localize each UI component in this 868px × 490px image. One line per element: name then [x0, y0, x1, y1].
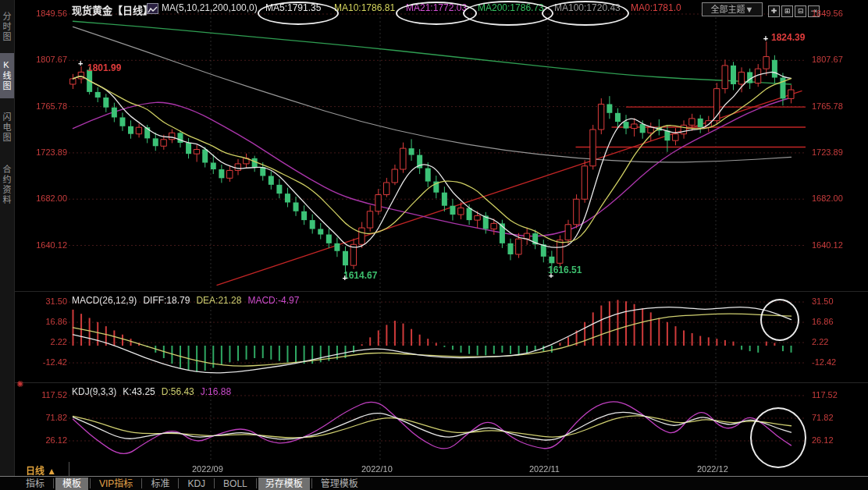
kdj-segment-4: J:16.88	[201, 386, 231, 397]
tab-separator	[90, 478, 91, 488]
tab-separator	[178, 478, 179, 488]
time-axis-row: 日线 ▲	[0, 462, 868, 477]
period-up-arrow-icon: ▲	[47, 466, 56, 477]
main-y-tick-left: 1682.00	[20, 194, 67, 203]
main-y-tick-right: 1682.00	[812, 194, 843, 203]
tab-8[interactable]: 管理模板	[314, 478, 365, 490]
kdj-segment-3: D:56.43	[162, 386, 194, 397]
ma-value-2: MA10:1786.81	[334, 2, 395, 13]
tab-separator	[53, 478, 54, 488]
macd-y-tick-right: 31.50	[812, 296, 834, 306]
chart-type-sidebar: 分时图K线图闪电图合约资料	[0, 0, 15, 490]
ma-value-5: MA100:1720.43	[554, 2, 621, 13]
macd-segment-2: DIFF:18.79	[143, 295, 190, 306]
main-y-tick-right: 1765.78	[812, 101, 843, 111]
tab-separator	[214, 478, 215, 488]
indicator-tabbar: 指标模板VIP指标标准KDJBOLL另存模板管理模板	[0, 477, 868, 490]
sidebar-item-3[interactable]: 闪电图	[0, 105, 14, 150]
macd-segment-1: MACD(26,12,9)	[72, 295, 137, 306]
price-extreme-label: 1614.67	[343, 270, 377, 281]
window-pane-icon[interactable]: ⊟	[795, 5, 806, 17]
macd-y-tick-left: 31.50	[20, 296, 67, 306]
kdj-readout: KDJ(9,3,3)K:43.25D:56.43J:16.88	[72, 384, 237, 398]
instrument-title: 现货黄金【日线】	[72, 2, 153, 17]
main-y-tick-left: 1723.89	[20, 147, 67, 157]
extreme-plus-marker: +	[549, 271, 553, 280]
kdj-y-tick-right: 26.12	[812, 435, 834, 445]
ma-value-4: MA200:1786.73	[478, 2, 544, 13]
kdj-segment-1: KDJ(9,3,3)	[72, 386, 116, 397]
period-label: 日线	[26, 466, 44, 477]
main-y-tick-right: 1849.56	[812, 9, 843, 18]
sidebar-item-1[interactable]: 分时图	[0, 5, 14, 49]
macd-y-tick-left: -12.42	[20, 357, 67, 367]
tab-3[interactable]: VIP指标	[92, 478, 140, 490]
indicator-settings-gear-icon[interactable]: ✺	[16, 379, 23, 389]
main-y-tick-left: 1849.56	[20, 9, 67, 18]
macd-y-tick-right: -12.42	[812, 357, 836, 367]
line-chart-icon[interactable]	[147, 3, 158, 14]
tab-2[interactable]: 模板	[55, 478, 88, 490]
kdj-y-tick-left: 26.12	[20, 435, 67, 445]
main-y-tick-left: 1765.78	[20, 101, 67, 111]
macd-y-tick-right: 16.86	[812, 317, 834, 326]
price-extreme-label: 1801.99	[87, 62, 121, 73]
tab-7[interactable]: 另存模板	[258, 478, 310, 490]
extreme-plus-marker: +	[78, 59, 83, 68]
ma-value-1: MA5:1791.35	[265, 2, 321, 13]
macd-y-tick-right: 2.22	[812, 337, 828, 346]
sidebar-item-4[interactable]: 合约资料	[0, 156, 14, 214]
macd-segment-4: MACD:-4.97	[247, 295, 299, 306]
main-y-tick-right: 1640.12	[812, 240, 843, 250]
tab-4[interactable]: 标准	[144, 478, 176, 490]
kdj-y-tick-right: 71.82	[812, 413, 834, 422]
tab-separator	[311, 478, 312, 488]
ma-settings-label: MA(5,10,21,200,100,0)	[162, 2, 258, 13]
kdj-segment-2: K:43.25	[123, 386, 155, 397]
ma-value-6: MA0:1781.0	[631, 2, 681, 13]
tab-separator	[256, 478, 257, 488]
main-y-tick-left: 1640.12	[20, 240, 67, 250]
macd-y-tick-left: 2.22	[20, 337, 67, 346]
kline-chart-canvas[interactable]	[0, 0, 868, 490]
kdj-y-tick-right: 117.52	[812, 390, 838, 399]
main-y-tick-left: 1807.67	[20, 55, 67, 64]
plus-grid-icon[interactable]: ✚	[768, 5, 780, 17]
macd-y-tick-left: 16.86	[20, 317, 67, 326]
tab-1[interactable]: 指标	[19, 478, 52, 490]
extreme-plus-marker: +	[763, 34, 768, 43]
tab-separator	[141, 478, 142, 488]
price-extreme-label: 1824.39	[771, 32, 805, 43]
trading-terminal: 分时图K线图闪电图合约资料 现货黄金【日线】 MA(5,10,21,200,10…	[0, 0, 868, 490]
tab-5[interactable]: KDJ	[180, 478, 212, 490]
period-selector[interactable]: 日线 ▲	[26, 463, 56, 477]
theme-selector-button[interactable]: 全部主题▼	[702, 2, 763, 16]
ma-value-3: MA21:1772.03	[406, 2, 467, 13]
kdj-y-tick-left: 71.82	[20, 413, 67, 422]
main-y-tick-right: 1723.89	[812, 147, 843, 157]
window-split-icon[interactable]: ⊞	[781, 5, 793, 17]
sidebar-item-2[interactable]: K线图	[0, 53, 14, 98]
kdj-y-tick-left: 117.52	[20, 390, 67, 399]
macd-segment-3: DEA:21.28	[196, 295, 241, 306]
tab-6[interactable]: BOLL	[216, 478, 254, 490]
axis-divider	[69, 462, 69, 476]
macd-readout: MACD(26,12,9)DIFF:18.79DEA:21.28MACD:-4.…	[72, 293, 305, 307]
main-y-tick-right: 1807.67	[812, 55, 843, 64]
extreme-plus-marker: +	[342, 273, 347, 282]
